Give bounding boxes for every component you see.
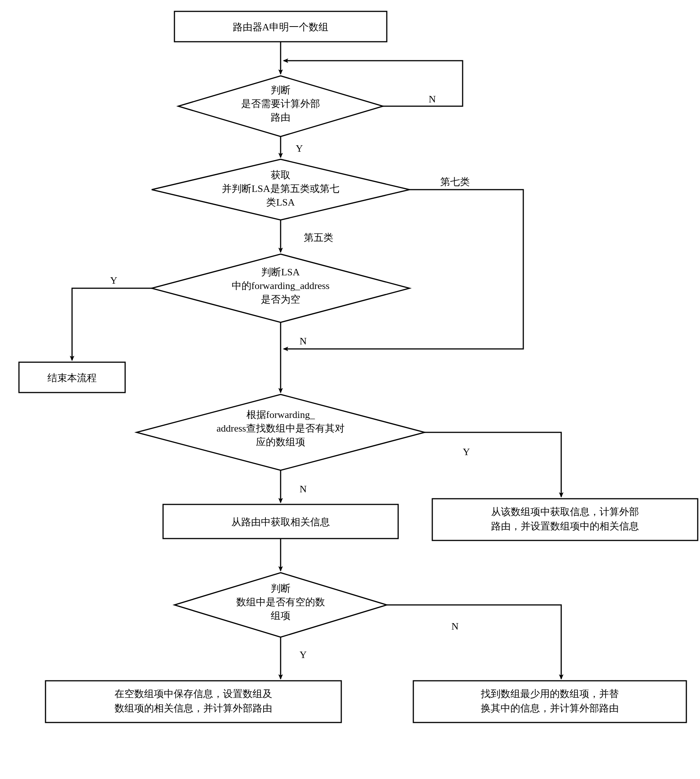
d3-decision: 判断LSA 中的forwarding_address 是否为空 xyxy=(152,254,410,322)
d1-no-label: N xyxy=(429,94,436,105)
start-text: 路由器A申明一个数组 xyxy=(233,22,329,33)
d5-yes-label: Y xyxy=(300,649,307,660)
end-node: 结束本流程 xyxy=(19,362,125,392)
d2-l3: 类LSA xyxy=(266,197,295,208)
d4-l1: 根据forwarding_ xyxy=(247,409,315,420)
d2-type5-label: 第五类 xyxy=(304,232,333,243)
d5-l2: 数组中是否有空的数 xyxy=(236,597,325,607)
d3-l2: 中的forwarding_address xyxy=(232,280,330,291)
svg-rect-15 xyxy=(413,681,687,722)
edge-d4-no: N xyxy=(281,470,307,502)
start-node: 路由器A申明一个数组 xyxy=(175,12,387,42)
p3-l1: 在空数组项中保存信息，设置数组及 xyxy=(115,688,272,699)
d5-no-label: N xyxy=(452,621,459,632)
p2-l2: 路由，并设置数组项中的相关信息 xyxy=(491,521,639,532)
d2-l2: 并判断LSA是第五类或第七 xyxy=(222,183,339,194)
d4-decision: 根据forwarding_ address查找数组中是否有其对 应的数组项 xyxy=(137,394,425,470)
edge-d2-type5: 第五类 xyxy=(281,220,333,252)
d2-type7-label: 第七类 xyxy=(440,176,470,187)
edge-d1-yes: Y xyxy=(281,137,303,157)
edge-d5-no: N xyxy=(387,605,561,679)
d1-l1: 判断 xyxy=(271,85,290,95)
d2-decision: 获取 并判断LSA是第五类或第七 类LSA xyxy=(152,159,410,220)
d1-yes-label: Y xyxy=(296,143,303,154)
p2-l1: 从该数组项中获取信息，计算外部 xyxy=(491,506,639,517)
svg-rect-14 xyxy=(45,681,341,722)
p3-l2: 数组项的相关信息，并计算外部路由 xyxy=(115,703,272,714)
d4-l3: 应的数组项 xyxy=(256,437,305,447)
p4-l1: 找到数组最少用的数组项，并替 xyxy=(480,688,619,699)
d4-yes-label: Y xyxy=(463,446,470,457)
end-text: 结束本流程 xyxy=(47,372,97,384)
d5-l1: 判断 xyxy=(271,583,290,594)
p4-process: 找到数组最少用的数组项，并替 换其中的信息，并计算外部路由 xyxy=(413,681,687,722)
d3-l1: 判断LSA xyxy=(261,267,300,278)
edge-d2-type7: 第七类 xyxy=(283,176,523,349)
edge-d3-no: N xyxy=(281,322,307,392)
edge-d4-yes: Y xyxy=(425,432,561,497)
d3-l3: 是否为空 xyxy=(261,294,300,305)
p3-process: 在空数组项中保存信息，设置数组及 数组项的相关信息，并计算外部路由 xyxy=(45,681,341,722)
svg-rect-9 xyxy=(432,499,698,540)
d1-l2: 是否需要计算外部 xyxy=(241,98,320,109)
d3-no-label: N xyxy=(300,336,307,347)
edge-d5-yes: Y xyxy=(281,637,307,679)
p4-l2: 换其中的信息，并计算外部路由 xyxy=(481,703,619,714)
d2-l1: 获取 xyxy=(271,170,290,180)
edge-d3-yes: Y xyxy=(72,275,152,360)
p2-process: 从该数组项中获取信息，计算外部 路由，并设置数组项中的相关信息 xyxy=(432,499,698,540)
d5-decision: 判断 数组中是否有空的数 组项 xyxy=(175,573,387,637)
d4-l2: address查找数组中是否有其对 xyxy=(217,423,345,434)
p1-process: 从路由中获取相关信息 xyxy=(163,504,398,539)
d1-l3: 路由 xyxy=(271,112,290,123)
p1-text: 从路由中获取相关信息 xyxy=(231,517,330,527)
d4-no-label: N xyxy=(300,484,307,495)
d1-decision: 判断 是否需要计算外部 路由 xyxy=(178,76,383,137)
d5-l3: 组项 xyxy=(271,610,290,621)
d3-yes-label: Y xyxy=(110,275,118,286)
